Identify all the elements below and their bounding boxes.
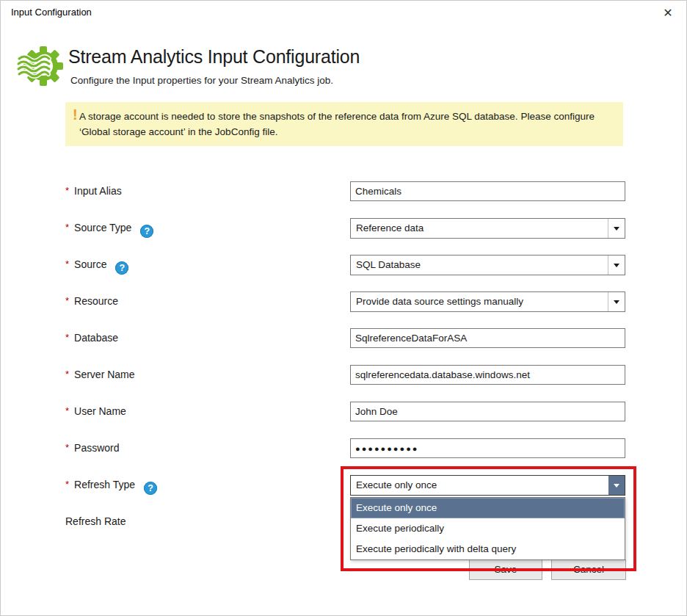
required-marker: * xyxy=(65,185,69,196)
server-name-label: *Server Name xyxy=(65,365,135,385)
warning-exclamation-icon: ! xyxy=(73,106,78,123)
required-marker: * xyxy=(65,369,69,380)
refresh-rate-label: Refresh Rate xyxy=(65,512,126,532)
user-name-label: *User Name xyxy=(65,402,126,421)
required-marker: * xyxy=(65,479,69,490)
cancel-button[interactable]: Cancel xyxy=(551,559,626,580)
page-title: Stream Analytics Input Configuration xyxy=(68,46,360,68)
storage-warning-banner: ! A storage account is needed to store t… xyxy=(65,102,623,146)
warning-text: A storage account is needed to store the… xyxy=(79,109,611,139)
save-button[interactable]: Save xyxy=(469,559,542,580)
password-label: *Password xyxy=(65,438,120,458)
source-label: *Source? xyxy=(65,255,128,275)
database-field[interactable] xyxy=(350,328,625,348)
form-row-password: *Password xyxy=(65,438,626,459)
server-name-field[interactable] xyxy=(350,365,625,385)
resource-dropdown[interactable]: Provide data source settings manually xyxy=(350,291,625,312)
form-row-resource: *Resource Provide data source settings m… xyxy=(65,291,626,312)
title-bar: Input Configuration ✕ xyxy=(1,1,686,26)
source-type-label: *Source Type? xyxy=(65,218,153,238)
refresh-type-options-popup: Execute only once Execute periodically E… xyxy=(350,497,625,560)
form-row-user-name: *User Name xyxy=(65,402,626,422)
option-execute-periodically[interactable]: Execute periodically xyxy=(351,518,625,539)
refresh-type-label: *Refresh Type? xyxy=(65,475,157,495)
input-alias-field[interactable] xyxy=(350,181,625,201)
refresh-type-help-icon[interactable]: ? xyxy=(144,482,157,495)
required-marker: * xyxy=(65,405,69,416)
form-row-source-type: *Source Type? Reference data xyxy=(65,218,626,239)
form-row-server-name: *Server Name xyxy=(65,365,626,385)
refresh-type-dropdown[interactable]: Execute only once xyxy=(350,475,625,496)
chevron-down-icon[interactable] xyxy=(608,292,625,311)
required-marker: * xyxy=(65,332,69,343)
resource-label: *Resource xyxy=(65,291,118,311)
password-field[interactable] xyxy=(350,438,625,458)
chevron-down-icon[interactable] xyxy=(608,476,625,495)
input-alias-label: *Input Alias xyxy=(65,181,122,201)
input-configuration-dialog: Input Configuration ✕ xyxy=(0,0,687,616)
chevron-down-icon[interactable] xyxy=(608,256,625,275)
stream-analytics-icon xyxy=(16,42,63,89)
required-marker: * xyxy=(65,222,69,233)
source-help-icon[interactable]: ? xyxy=(115,261,128,275)
source-type-help-icon[interactable]: ? xyxy=(140,225,153,238)
form-row-source: *Source? SQL Database xyxy=(65,255,626,275)
required-marker: * xyxy=(65,258,69,269)
database-label: *Database xyxy=(65,328,118,348)
option-execute-only-once[interactable]: Execute only once xyxy=(351,498,625,518)
source-type-dropdown[interactable]: Reference data xyxy=(350,218,625,239)
window-title: Input Configuration xyxy=(11,7,92,18)
close-icon[interactable]: ✕ xyxy=(659,5,677,21)
form-row-database: *Database xyxy=(65,328,626,349)
required-marker: * xyxy=(65,442,69,453)
form-row-refresh-type: *Refresh Type? Execute only once xyxy=(65,475,626,496)
source-dropdown[interactable]: SQL Database xyxy=(350,255,625,275)
page-subtitle: Configure the Input properties for your … xyxy=(70,75,333,86)
option-execute-periodically-delta[interactable]: Execute periodically with delta query xyxy=(351,539,625,559)
user-name-field[interactable] xyxy=(350,402,625,421)
form-row-input-alias: *Input Alias xyxy=(65,181,626,202)
chevron-down-icon[interactable] xyxy=(608,219,625,238)
required-marker: * xyxy=(65,295,69,306)
